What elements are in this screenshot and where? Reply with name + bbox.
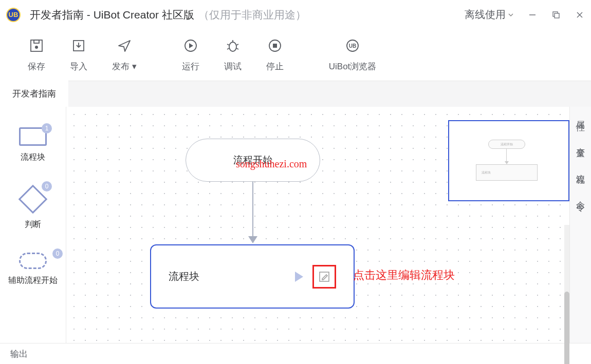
offline-mode-dropdown[interactable]: 离线使用	[465, 8, 514, 22]
output-panel-header[interactable]: 输出	[0, 343, 591, 364]
publish-label: 发布 ▾	[112, 61, 137, 72]
run-button[interactable]: 运行	[170, 38, 212, 72]
tabbar: 开发者指南	[0, 81, 591, 107]
palette-aux-label: 辅助流程开始	[8, 275, 58, 286]
svg-text:UB: UB	[349, 43, 356, 49]
stop-icon	[267, 38, 283, 53]
node-palette: 1 流程块 0 判断 0 辅助流程开始	[0, 107, 66, 343]
palette-aux[interactable]: 0 辅助流程开始	[8, 253, 58, 286]
run-label: 运行	[182, 61, 199, 72]
debug-button[interactable]: 调试	[212, 38, 254, 72]
browser-label: UiBot浏览器	[329, 61, 377, 72]
capsule-shape-icon	[19, 253, 47, 269]
run-icon	[183, 38, 198, 53]
block-count-badge: 1	[42, 123, 52, 133]
save-icon	[29, 38, 44, 53]
titlebar: UB 开发者指南 - UiBot Creator 社区版 （仅用于非商业用途） …	[0, 0, 591, 30]
tab-variables[interactable]: 变量	[575, 141, 586, 145]
watermark-text: songshuhezi.com	[236, 158, 307, 170]
minimap-connector	[506, 149, 507, 162]
svg-line-14	[227, 48, 229, 49]
right-side-tabs: 属性 变量 流程 命令	[569, 107, 591, 343]
publish-button[interactable]: 发布 ▾	[100, 38, 149, 72]
edit-highlight-box	[312, 265, 336, 289]
main-area: 1 流程块 0 判断 0 辅助流程开始 songshuhezi.com 流程开始…	[0, 107, 591, 343]
canvas-wrap: songshuhezi.com 流程开始 流程块 点击这里编辑流程块 流程开始	[66, 107, 569, 343]
app-icon: UB	[6, 8, 21, 22]
title-note: （仅用于非商业用途）	[198, 8, 306, 22]
browser-icon: UB	[345, 38, 360, 53]
minimap-start-node: 流程开始	[488, 140, 525, 149]
tab-active[interactable]: 开发者指南	[0, 81, 68, 107]
svg-rect-7	[34, 40, 39, 43]
svg-rect-2	[555, 13, 559, 18]
stop-button[interactable]: 停止	[254, 38, 296, 72]
svg-line-13	[236, 44, 238, 45]
offline-label: 离线使用	[465, 8, 506, 22]
connector-line	[252, 182, 253, 238]
doc-name: 开发者指南 - UiBot Creator 社区版	[30, 8, 194, 22]
debug-label: 调试	[224, 61, 242, 72]
maximize-button[interactable]	[551, 10, 561, 20]
minimize-button[interactable]	[527, 10, 538, 20]
browser-button[interactable]: UB UiBot浏览器	[317, 38, 389, 72]
flow-block-label: 流程块	[169, 270, 199, 283]
svg-rect-17	[273, 44, 277, 48]
import-button[interactable]: 导入	[58, 38, 100, 72]
tab-commands[interactable]: 命令	[575, 194, 586, 198]
import-icon	[71, 38, 86, 53]
connector-arrow-icon	[248, 236, 257, 243]
minimap-block-node: 流程块	[476, 164, 538, 181]
publish-icon	[117, 38, 132, 53]
palette-decision-label: 判断	[25, 219, 41, 230]
tab-flow[interactable]: 流程	[575, 167, 586, 171]
decision-count-badge: 0	[42, 181, 52, 191]
play-icon[interactable]	[295, 272, 303, 282]
minimap[interactable]: 流程开始 流程块	[448, 120, 569, 201]
chevron-down-icon	[508, 12, 514, 18]
aux-count-badge: 0	[52, 248, 63, 259]
palette-block-label: 流程块	[21, 152, 45, 163]
flow-canvas[interactable]: songshuhezi.com 流程开始 流程块 点击这里编辑流程块 流程开始	[66, 107, 569, 343]
save-label: 保存	[28, 61, 45, 72]
scrollbar-thumb[interactable]	[564, 292, 569, 364]
output-label: 输出	[10, 348, 28, 360]
svg-point-10	[229, 42, 236, 51]
svg-line-12	[227, 44, 229, 45]
palette-block[interactable]: 1 流程块	[19, 127, 47, 163]
debug-icon	[225, 38, 241, 53]
palette-decision[interactable]: 0 判断	[19, 185, 47, 230]
callout-text: 点击这里编辑流程块	[353, 267, 455, 283]
save-button[interactable]: 保存	[15, 38, 58, 72]
svg-point-6	[35, 46, 38, 49]
svg-line-15	[236, 48, 238, 49]
flow-block-node[interactable]: 流程块	[150, 244, 355, 309]
toolbar: 保存 导入 发布 ▾ 运行 调试 停止 UB UiBot浏览器	[0, 30, 591, 81]
import-label: 导入	[70, 61, 87, 72]
close-button[interactable]	[575, 10, 585, 20]
tab-properties[interactable]: 属性	[575, 114, 586, 118]
stop-label: 停止	[266, 61, 284, 72]
edit-icon[interactable]	[318, 271, 330, 283]
vertical-scrollbar[interactable]	[564, 225, 569, 364]
